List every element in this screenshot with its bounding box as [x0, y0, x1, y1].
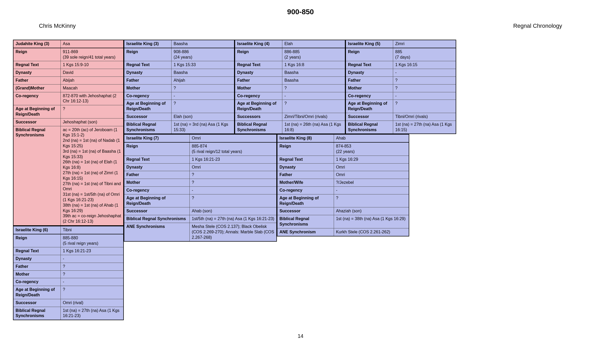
card-title: Judahite King (3) [13, 40, 61, 48]
row-label: Age at Beginning of Reign/Death [277, 194, 334, 207]
row-value: - [393, 69, 456, 77]
row-value: ? [393, 84, 456, 92]
row-label: Reign [124, 48, 172, 61]
row-value: Tibni/Omri (rivals) [393, 113, 456, 121]
row-value: 1 Kgs 16:8 [282, 61, 345, 69]
row-label: Biblical Regnal Synchronisms [346, 121, 393, 134]
row-label: Reign [13, 48, 61, 61]
row-value: - [282, 92, 345, 100]
row-value: Abijah [61, 76, 124, 84]
row-label: Co-regency [13, 278, 61, 286]
row-label: Dynasty [346, 69, 393, 77]
row-value: 1st (na) = 27th (na) Asa (1 Kgs 16:15) [393, 121, 456, 134]
row-value: - [189, 186, 277, 194]
row-label: Successors [235, 113, 282, 121]
row-label: Dynasty [124, 69, 172, 77]
row-value: Baasha [282, 69, 345, 77]
row-label: Co-regency [124, 186, 189, 194]
row-value: ? [189, 179, 277, 187]
row-label: Mother [124, 84, 172, 92]
row-label: Co-regency [124, 92, 172, 100]
row-value: ? [282, 84, 345, 92]
row-value: 886-885 (2 years) [282, 48, 345, 61]
row-value: ? [61, 105, 124, 118]
row-value: 872-870 with Jehoshaphat (2 Chr 16:12-13… [61, 92, 124, 105]
row-label: Reign [346, 48, 393, 61]
row-label: Father [277, 171, 334, 179]
row-value: ? [172, 84, 235, 92]
row-value: Mesha Stele (COS 2.137); Black Obelisk (… [189, 223, 277, 241]
row-label: Biblical Regnal Synchronisms [124, 215, 189, 223]
row-label: Father [124, 171, 189, 179]
row-label: Regnal Text [13, 61, 61, 69]
row-value: ? [172, 100, 235, 113]
row-label: Father [346, 76, 393, 84]
row-value: 908-886 (24 years) [172, 48, 235, 61]
row-value: Omri (rival) [61, 299, 124, 307]
row-label: Biblical Regnal Synchronisms [235, 121, 282, 134]
row-value: - [393, 92, 456, 100]
row-value: Omri [334, 171, 409, 179]
row-label: Reign [13, 234, 61, 247]
row-value: 1 Kgs 15:9-10 [61, 61, 124, 69]
row-value: 874-853 (22 years) [334, 142, 409, 156]
row-value: ? [61, 270, 124, 278]
card-title: Israelite King (3) [124, 40, 172, 48]
row-label: Dynasty [277, 163, 334, 171]
row-value: 1st (na) = 26th (na) Asa (1 Kgs 16:8) [282, 121, 345, 134]
row-value: 1 Kgs 16:21-23 [61, 247, 124, 255]
king-name: Zimri [393, 40, 456, 48]
row-label: Father [13, 263, 61, 270]
king-name: Baasha [172, 40, 235, 48]
row-value: ? [61, 286, 124, 299]
king-name: Elah [282, 40, 345, 48]
row-value: ac = 20th (ac) of Jeroboam (1 Kgs 15:1-2… [61, 126, 124, 226]
row-label: Regnal Text [124, 156, 189, 163]
row-label: Dynasty [124, 163, 189, 171]
row-value: 885-880 (5 rival reign years) [61, 234, 124, 247]
row-value: 1st (na) = 38th (na) Asa (1 Kgs 16:29) [334, 215, 409, 228]
row-label: Reign [277, 142, 334, 156]
row-value: ? [189, 194, 277, 207]
row-label: Regnal Text [235, 61, 282, 69]
row-value: Maacah [61, 84, 124, 92]
row-label: Dynasty [13, 69, 61, 77]
card-israel-3: Israelite King (3)Baasha Reign908-886 (2… [124, 40, 235, 134]
row-label: Regnal Text [13, 247, 61, 255]
row-label: Age at Beginning of Reign/Death [13, 105, 61, 118]
row-label: Successor [277, 207, 334, 215]
card-title: Israelite King (8) [277, 134, 334, 142]
row-label: Successor [13, 299, 61, 307]
row-value: - [172, 92, 235, 100]
card-judah-3: Judahite King (3)Asa Reign911-869 (39 so… [13, 40, 124, 226]
card-title: Israelite King (5) [346, 40, 393, 48]
row-label: Age at Beginning of Reign/Death [124, 100, 172, 113]
card-israel-4: Israelite King (4)Elah Reign886-885 (2 y… [235, 40, 345, 134]
row-label: Age at Beginning of Reign/Death [124, 194, 189, 207]
row-label: Mother [13, 270, 61, 278]
row-label: Father [124, 76, 172, 84]
row-label: Age at Beginning of Reign/Death [13, 286, 61, 299]
king-name: Omri [189, 134, 277, 142]
row-label: Father [235, 76, 282, 84]
row-value: ? [334, 194, 409, 207]
row-label: Co-regency [13, 92, 61, 105]
row-label: Regnal Text [124, 61, 172, 69]
author-right: Regnal Chronology [513, 23, 562, 29]
row-value: ? [393, 100, 456, 113]
card-israel-8: Israelite King (8)Ahab Reign874-853 (22 … [277, 134, 409, 236]
row-value: Kurkh Stele (COS 2.261-262) [334, 228, 409, 236]
row-value: 1 Kgs 16:15 [393, 61, 456, 69]
row-label: Reign [235, 48, 282, 61]
card-title: Israelite King (6) [13, 226, 61, 234]
row-label: ANE Synchronism [277, 228, 334, 236]
card-israel-5: Israelite King (5)Zimri Reign885 (7 days… [345, 40, 456, 134]
row-label: Successor [124, 207, 189, 215]
content-layout: Judahite King (3)Asa Reign911-869 (39 so… [13, 40, 588, 320]
row-value: 1 Kgs 16:21-23 [189, 156, 277, 163]
row-label: (Grand)Mother [13, 84, 61, 92]
row-value: Zimri/Tibni/Omri (rivals) [282, 113, 345, 121]
row-label: Biblical Regnal Synchronisms [124, 121, 172, 134]
row-value: Ahab (son) [189, 207, 277, 215]
row-label: Reign [124, 142, 189, 156]
